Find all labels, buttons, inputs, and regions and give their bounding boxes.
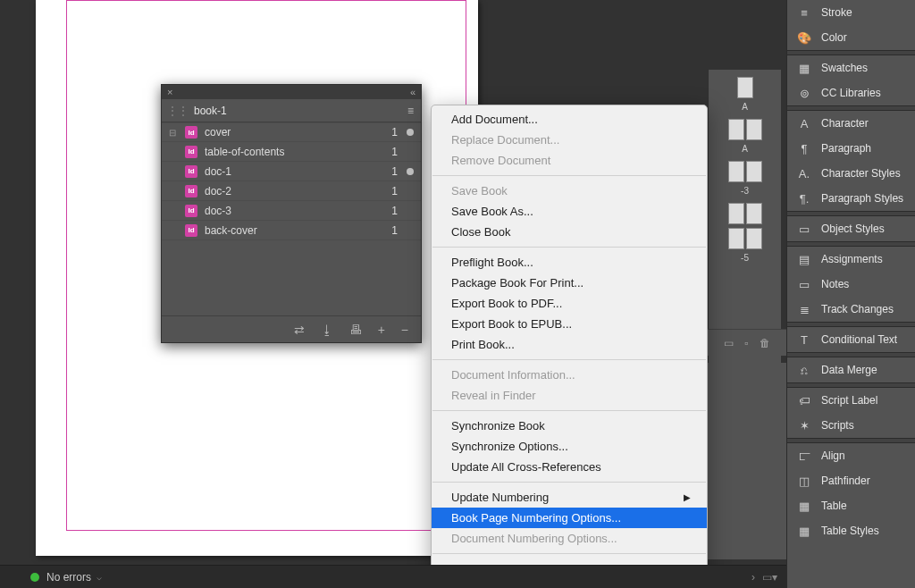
panel-icon: ¶. xyxy=(796,192,812,206)
preflight-status-text[interactable]: No errors xyxy=(46,571,91,584)
book-panel-footer: ⇄ ⭳ 🖶 + − xyxy=(162,315,421,342)
panel-tab-pathfinder[interactable]: ◫Pathfinder xyxy=(787,468,915,493)
indesign-doc-icon: Id xyxy=(185,165,197,178)
panel-label: Align xyxy=(821,449,845,462)
panel-tab-table-styles[interactable]: ▦Table Styles xyxy=(787,518,915,543)
panel-tab-object-styles[interactable]: ▭Object Styles xyxy=(787,216,915,241)
lower-panel-area xyxy=(708,363,786,559)
panel-tab-character-styles[interactable]: A.Character Styles xyxy=(787,161,915,186)
menu-item-label: Preflight Book... xyxy=(451,255,533,270)
menu-separator xyxy=(432,359,706,360)
panel-label: Paragraph Styles xyxy=(821,192,903,205)
panel-icon: 🏷 xyxy=(796,394,812,407)
sync-icon[interactable]: ⇄ xyxy=(294,323,305,337)
menu-item[interactable]: Save Book As... xyxy=(432,201,707,222)
close-icon[interactable]: × xyxy=(167,87,172,97)
book-document-row[interactable]: Iddoc-11 xyxy=(162,162,421,181)
panel-tab-scripts[interactable]: ✶Scripts xyxy=(787,413,915,438)
panel-label: Object Styles xyxy=(821,223,885,235)
panel-tab-cc-libraries[interactable]: ⊚CC Libraries xyxy=(787,80,915,105)
menu-item[interactable]: Update Numbering▶ xyxy=(432,487,707,508)
menu-item[interactable]: Export Book to PDF... xyxy=(432,293,707,314)
panel-icon: A xyxy=(796,117,812,130)
book-document-list: ⊟Idcover1Idtable-of-contents1Iddoc-11Idd… xyxy=(162,122,421,240)
page-label: A xyxy=(709,102,781,112)
book-panel[interactable]: × « ⋮⋮ book-1 ≡ ⊟Idcover1Idtable-of-cont… xyxy=(161,84,422,343)
book-document-row[interactable]: Iddoc-21 xyxy=(162,181,421,201)
book-document-pagecount: 1 xyxy=(389,126,398,139)
panel-tab-track-changes[interactable]: ≣Track Changes xyxy=(787,297,915,322)
menu-item-label: Export Book to PDF... xyxy=(451,296,562,311)
edit-page-icon[interactable]: ▭ xyxy=(724,337,734,349)
panel-tab-table[interactable]: ▦Table xyxy=(787,493,915,518)
menu-item[interactable]: Book Page Numbering Options... xyxy=(432,508,707,528)
panel-tab-paragraph[interactable]: ¶Paragraph xyxy=(787,136,915,161)
menu-item-label: Reveal in Finder xyxy=(451,388,536,403)
menu-item[interactable]: Package Book For Print... xyxy=(432,273,707,293)
panel-icon: ▦ xyxy=(796,525,812,538)
book-panel-header[interactable]: × « xyxy=(162,85,421,99)
remove-icon[interactable]: − xyxy=(401,323,408,337)
menu-item-label: Book Page Numbering Options... xyxy=(451,510,621,525)
chevron-down-icon[interactable]: ⌵ xyxy=(97,572,102,582)
panel-menu-icon[interactable]: ≡ xyxy=(407,105,414,117)
indesign-doc-icon: Id xyxy=(185,126,197,139)
panel-tab-script-label[interactable]: 🏷Script Label xyxy=(787,388,915,413)
pages-panel[interactable]: A A -3 -5 xyxy=(708,70,781,365)
panel-label: CC Libraries xyxy=(821,87,881,99)
menu-item[interactable]: Synchronize Book xyxy=(432,416,707,436)
panel-tab-align[interactable]: ⫍Align xyxy=(787,443,915,468)
book-document-pagecount: 1 xyxy=(389,165,398,178)
menu-item[interactable]: Preflight Book... xyxy=(432,252,707,273)
panel-tab-stroke[interactable]: ≡Stroke xyxy=(787,0,915,25)
save-icon[interactable]: ⭳ xyxy=(321,323,333,337)
menu-item[interactable]: Export Book to EPUB... xyxy=(432,314,707,334)
book-document-row[interactable]: Idtable-of-contents1 xyxy=(162,142,421,162)
book-document-row[interactable]: ⊟Idcover1 xyxy=(162,122,421,142)
menu-item-label: Print Book... xyxy=(451,337,515,352)
right-panel-dock[interactable]: ≡Stroke🎨Color▦Swatches⊚CC LibrariesAChar… xyxy=(786,0,915,588)
book-document-name: back-cover xyxy=(205,224,389,237)
menu-separator xyxy=(432,553,706,554)
collapse-icon[interactable]: « xyxy=(410,87,416,97)
menu-item[interactable]: Update All Cross-References xyxy=(432,457,707,477)
menu-separator xyxy=(432,247,706,248)
menu-item[interactable]: Close Book xyxy=(432,222,707,242)
add-icon[interactable]: + xyxy=(378,323,385,337)
panel-tab-conditional-text[interactable]: TConditional Text xyxy=(787,327,915,352)
book-panel-tab[interactable]: ⋮⋮ book-1 ≡ xyxy=(162,99,421,122)
menu-item-label: Synchronize Options... xyxy=(451,439,568,454)
page-label: A xyxy=(709,144,781,154)
panel-tab-color[interactable]: 🎨Color xyxy=(787,25,915,50)
print-icon[interactable]: 🖶 xyxy=(349,323,362,337)
menu-item[interactable]: Synchronize Options... xyxy=(432,436,707,457)
menu-item[interactable]: Add Document... xyxy=(432,109,707,130)
panel-tab-assignments[interactable]: ▤Assignments xyxy=(787,247,915,272)
book-panel-context-menu[interactable]: Add Document...Replace Document...Remove… xyxy=(431,105,708,588)
menu-item-label: Update Numbering xyxy=(451,490,549,505)
panel-icon: ▭ xyxy=(796,278,812,291)
panel-tab-character[interactable]: ACharacter xyxy=(787,111,915,136)
chevron-right-icon[interactable]: › xyxy=(751,571,755,584)
book-title: book-1 xyxy=(194,105,227,117)
panel-icon: ¶ xyxy=(796,142,812,155)
panel-tab-paragraph-styles[interactable]: ¶.Paragraph Styles xyxy=(787,186,915,211)
menu-item[interactable]: Print Book... xyxy=(432,334,707,355)
menu-item-label: Update All Cross-References xyxy=(451,459,601,475)
new-page-icon[interactable]: ▫ xyxy=(744,337,748,349)
menu-item-label: Synchronize Book xyxy=(451,418,545,433)
panel-tab-data-merge[interactable]: ⎌Data Merge xyxy=(787,357,915,382)
menu-item-label: Replace Document... xyxy=(451,132,559,147)
trash-icon[interactable]: 🗑 xyxy=(760,337,770,349)
panel-tab-notes[interactable]: ▭Notes xyxy=(787,272,915,297)
panel-tab-swatches[interactable]: ▦Swatches xyxy=(787,55,915,80)
book-document-row[interactable]: Idback-cover1 xyxy=(162,221,421,240)
book-document-row[interactable]: Iddoc-31 xyxy=(162,201,421,221)
panel-label: Script Label xyxy=(821,394,877,407)
panel-label: Assignments xyxy=(821,253,883,265)
panel-icon: ✶ xyxy=(796,419,812,433)
panel-icon: ⫍ xyxy=(796,449,812,463)
view-options-icon[interactable]: ▭▾ xyxy=(762,571,777,584)
panel-icon: ▦ xyxy=(796,500,812,513)
panel-label: Pathfinder xyxy=(821,475,870,487)
